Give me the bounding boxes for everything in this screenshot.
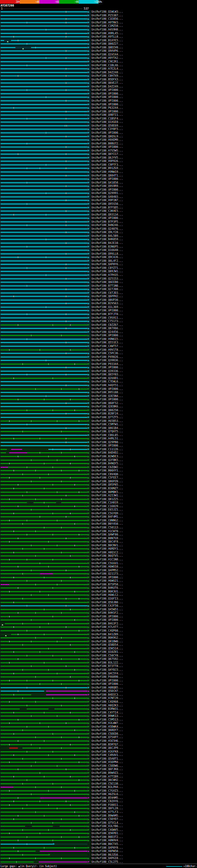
hit-label[interactable]: UniRef100_UPI000... xyxy=(91,89,123,91)
alignment-segment[interactable] xyxy=(1,68,88,69)
hit-label[interactable]: UniRef100_B0CNV1... xyxy=(91,544,123,547)
hit-label[interactable]: UniRef100_UPI000... xyxy=(91,679,123,682)
alignment-segment[interactable] xyxy=(1,75,88,76)
hit-label[interactable]: UniRef100_C5FEE7... xyxy=(91,476,123,479)
hit-label[interactable]: UniRef100_A9P926... xyxy=(91,160,123,162)
alignment-segment[interactable] xyxy=(1,253,88,254)
hit-label[interactable]: UniRef100_UPI000... xyxy=(91,334,123,337)
alignment-segment[interactable] xyxy=(1,417,88,418)
alignment-segment[interactable] xyxy=(1,335,88,336)
hit-label[interactable]: UniRef100_Q93134... xyxy=(91,213,123,216)
alignment-row[interactable]: UniRef100_Q27J08... xyxy=(0,287,197,291)
alignment-row[interactable]: UniRef100_B5VHM5... xyxy=(0,796,197,800)
hit-label[interactable]: UniRef100_Q4PM52... xyxy=(91,569,123,572)
hit-label[interactable]: UniRef100_Q4P8Y6... xyxy=(91,263,123,266)
alignment-segment[interactable] xyxy=(9,452,27,453)
alignment-row[interactable]: UniRef100_A6ZSL6... xyxy=(0,793,197,796)
hit-label[interactable]: UniRef100_B7FJT0... xyxy=(91,313,123,316)
hit-label[interactable]: UniRef100_A7PH35... xyxy=(91,274,123,277)
alignment-row[interactable]: UniRef100_Q6VEJ7... xyxy=(0,81,197,85)
alignment-segment[interactable] xyxy=(1,282,88,283)
alignment-segment[interactable] xyxy=(1,182,88,183)
alignment-segment[interactable] xyxy=(1,758,88,759)
alignment-row[interactable]: UniRef100_UPI000... xyxy=(0,88,197,92)
alignment-segment[interactable] xyxy=(1,798,40,798)
alignment-row[interactable]: UniRef100_UPI000... xyxy=(0,366,197,370)
hit-label[interactable]: UniRef100_C3Y0F5... xyxy=(91,128,123,130)
hit-label[interactable]: UniRef100_B7T1N0... xyxy=(91,284,123,287)
alignment-row[interactable]: UniRef100_A4RL51... xyxy=(0,437,197,441)
alignment-row[interactable]: UniRef100_B4L5B9... xyxy=(0,234,197,238)
hit-label[interactable]: UniRef100_C4YTI4... xyxy=(91,711,123,714)
alignment-row[interactable]: UniRef100_Q40403... xyxy=(0,195,197,199)
alignment-row[interactable]: UniRef100_Q87X66... xyxy=(0,327,197,331)
alignment-segment[interactable] xyxy=(1,136,88,137)
alignment-row[interactable]: UniRef100_C1E856... xyxy=(0,17,197,21)
alignment-segment[interactable] xyxy=(1,292,88,293)
alignment-row[interactable]: UniRef100_C4R4V1... xyxy=(0,753,197,757)
alignment-row[interactable]: UniRef100_A9N615... xyxy=(0,338,197,341)
alignment-segment[interactable] xyxy=(1,823,88,823)
alignment-row[interactable]: UniRef100_Q6EEB0... xyxy=(0,280,197,284)
alignment-row[interactable]: UniRef100_C5DYD7... xyxy=(0,817,197,821)
hit-label[interactable]: UniRef100_C11126... xyxy=(91,448,123,451)
alignment-row[interactable]: UniRef100_Q75CL4... xyxy=(0,821,197,825)
alignment-row[interactable]: UniRef100_Q41058... xyxy=(0,181,197,184)
alignment-row[interactable]: UniRef100_C4QWV5... xyxy=(0,828,197,832)
hit-label[interactable]: UniRef100_A4S9H8... xyxy=(91,28,123,31)
hit-label[interactable]: UniRef100_Q95S50... xyxy=(91,203,123,206)
alignment-segment[interactable] xyxy=(1,29,88,30)
hit-label[interactable]: UniRef100_C7EWL6... xyxy=(91,380,123,383)
alignment-row[interactable]: UniRef100_Q1L369... xyxy=(0,305,197,309)
alignment-segment[interactable] xyxy=(34,502,56,503)
hit-label[interactable]: UniRef100_Q6FJK0... xyxy=(91,768,123,771)
alignment-row[interactable]: UniRef100_Q3EBK6... xyxy=(0,405,197,409)
alignment-segment[interactable] xyxy=(1,744,88,745)
alignment-segment[interactable] xyxy=(1,684,88,684)
hit-label[interactable]: UniRef100_B73TT8... xyxy=(91,665,123,668)
alignment-row[interactable]: UniRef100_D4Z248... xyxy=(0,70,197,74)
alignment-segment[interactable] xyxy=(1,303,88,304)
hit-label[interactable]: UniRef100_C8V4Q0... xyxy=(91,473,123,476)
hit-label[interactable]: UniRef100_B4N246... xyxy=(91,224,123,227)
alignment-segment[interactable] xyxy=(1,289,88,290)
alignment-row[interactable]: UniRef100_A7TIB9... xyxy=(0,775,197,778)
hit-label[interactable]: UniRef100_Q5KPD1... xyxy=(91,832,123,835)
alignment-segment[interactable] xyxy=(1,680,88,681)
alignment-row[interactable]: UniRef100_A8Q1C2... xyxy=(0,551,197,555)
alignment-segment[interactable] xyxy=(1,702,88,702)
hit-label[interactable]: UniRef100_Q6CWH2... xyxy=(91,779,123,781)
hit-label[interactable]: UniRef100_Q0DIV0... xyxy=(91,46,123,49)
alignment-row[interactable]: UniRef100_C5DED8... xyxy=(0,732,197,736)
hit-label[interactable]: UniRef100_A3LWW7... xyxy=(91,722,123,724)
alignment-row[interactable]: UniRef100_UPI000... xyxy=(0,216,197,220)
alignment-segment[interactable] xyxy=(1,33,88,34)
alignment-row[interactable]: UniRef100_Q9C4J6... xyxy=(0,255,197,259)
hit-label[interactable]: UniRef100_Q5DCH7... xyxy=(91,690,123,692)
alignment-segment[interactable] xyxy=(40,798,88,798)
alignment-segment[interactable] xyxy=(1,499,88,500)
hit-label[interactable]: UniRef100_Q21173... xyxy=(91,572,123,575)
alignment-segment[interactable] xyxy=(1,581,88,581)
hit-label[interactable]: UniRef100_Q551E3... xyxy=(91,341,123,344)
alignment-row[interactable]: UniRef100_UPI000... xyxy=(0,95,197,99)
alignment-segment[interactable] xyxy=(1,26,88,27)
hit-label[interactable]: UniRef100_C4QP60... xyxy=(91,629,123,632)
alignment-row[interactable]: UniRef100_B91ZG9... xyxy=(0,166,197,170)
alignment-row[interactable]: UniRef100_Q75AP7... xyxy=(0,736,197,739)
alignment-row[interactable]: UniRef100_Q6FL28... xyxy=(0,807,197,810)
alignment-row[interactable]: UniRef100_B8BU72... xyxy=(0,142,197,145)
alignment-row[interactable]: UniRef100_Q0DIV0... xyxy=(0,46,197,50)
alignment-segment[interactable] xyxy=(1,122,88,123)
hit-label[interactable]: UniRef100_B8MBK5... xyxy=(91,491,123,494)
alignment-row[interactable]: UniRef100_B95188... xyxy=(0,391,197,395)
alignment-segment[interactable] xyxy=(1,275,88,276)
alignment-row[interactable]: UniRef100_C7EWL6... xyxy=(0,380,197,384)
alignment-segment[interactable] xyxy=(1,51,88,52)
alignment-segment[interactable] xyxy=(1,58,88,59)
alignment-row[interactable]: UniRef100_C1H819... xyxy=(0,501,197,505)
hit-label[interactable]: UniRef100_Q861B4... xyxy=(91,427,123,430)
hit-label[interactable]: UniRef100_Q75CL4... xyxy=(91,822,123,824)
hit-label[interactable]: UniRef100_Q6YI17... xyxy=(91,153,123,155)
alignment-row[interactable]: UniRef100_A7S5W5... xyxy=(0,149,197,152)
